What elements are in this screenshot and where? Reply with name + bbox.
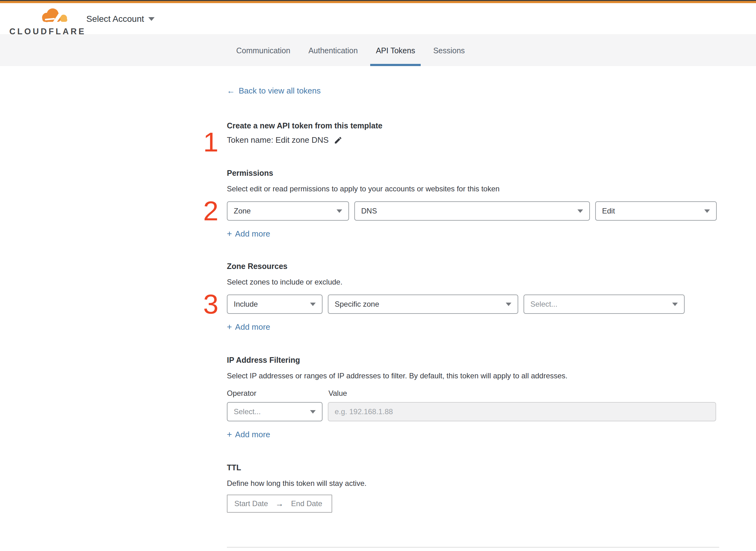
ip-filtering-title: IP Address Filtering [227, 356, 719, 365]
edit-token-name-icon[interactable] [334, 136, 342, 145]
zone-type-value: Specific zone [335, 300, 379, 309]
section-zone-resources: Zone Resources Select zones to include o… [227, 262, 719, 332]
ttl-subtitle: Define how long this token will stay act… [227, 479, 719, 488]
template-section-title: Create a new API token from this templat… [227, 121, 719, 130]
zone-resources-subtitle: Select zones to include or exclude. [227, 278, 719, 287]
chevron-down-icon [310, 410, 316, 414]
start-date-placeholder: Start Date [234, 499, 268, 508]
permission-scope-value: Zone [234, 207, 251, 215]
main-content: ← Back to view all tokens 1 Create a new… [227, 66, 719, 551]
permission-level-select[interactable]: Edit [595, 201, 717, 221]
tab-communication-label: Communication [236, 46, 290, 55]
end-date-placeholder: End Date [291, 499, 322, 508]
tab-authentication-label: Authentication [308, 46, 358, 55]
account-selector-dropdown[interactable]: Select Account [86, 3, 154, 35]
step-number-2: 2 [203, 199, 218, 223]
ip-filtering-subtitle: Select IP addresses or ranges of IP addr… [227, 372, 719, 380]
tab-api-tokens-label: API Tokens [376, 46, 415, 55]
top-brand-bar [0, 0, 756, 3]
plus-icon: + [227, 322, 232, 332]
ip-operator-placeholder: Select... [234, 407, 261, 416]
tab-authentication[interactable]: Authentication [303, 35, 363, 66]
zone-resources-add-more-label: Add more [235, 322, 270, 332]
tab-group: Communication Authentication API Tokens … [231, 35, 471, 66]
chevron-down-icon [578, 209, 583, 213]
ttl-title: TTL [227, 463, 719, 472]
account-selector-label: Select Account [86, 14, 144, 24]
tab-api-tokens[interactable]: API Tokens [370, 35, 421, 66]
permission-scope-select[interactable]: Zone [227, 201, 349, 221]
chevron-down-icon [704, 209, 710, 213]
app-header: CLOUDFLARE Select Account [0, 3, 756, 35]
zone-resources-title: Zone Resources [227, 262, 719, 271]
chevron-down-icon [506, 303, 511, 306]
permission-level-value: Edit [602, 207, 615, 215]
permission-category-select[interactable]: DNS [354, 201, 590, 221]
ip-value-input[interactable] [328, 402, 716, 421]
back-arrow-icon: ← [227, 86, 235, 96]
operator-column-label: Operator [227, 389, 328, 398]
section-ip-filtering: IP Address Filtering Select IP addresses… [227, 356, 719, 439]
chevron-down-icon [672, 303, 678, 306]
tab-sessions[interactable]: Sessions [428, 35, 470, 66]
cloudflare-logo: CLOUDFLARE [9, 7, 72, 36]
permission-category-value: DNS [361, 207, 377, 215]
zone-name-placeholder: Select... [530, 300, 558, 309]
permissions-subtitle: Select edit or read permissions to apply… [227, 184, 719, 193]
ip-operator-select[interactable]: Select... [227, 402, 322, 421]
back-to-tokens-link[interactable]: ← Back to view all tokens [227, 86, 321, 96]
zone-type-select[interactable]: Specific zone [328, 295, 518, 314]
zone-resources-add-more-link[interactable]: + Add more [227, 322, 270, 332]
back-link-label: Back to view all tokens [239, 86, 321, 96]
cloudflare-cloud-icon [38, 7, 69, 26]
plus-icon: + [227, 430, 232, 439]
token-name-text: Token name: Edit zone DNS [227, 135, 329, 145]
ttl-date-range-picker[interactable]: Start Date → End Date [227, 495, 332, 513]
chevron-down-icon [336, 209, 342, 213]
ip-filtering-add-more-label: Add more [235, 430, 270, 439]
chevron-down-icon [310, 303, 316, 306]
tab-sessions-label: Sessions [433, 46, 465, 55]
zone-include-select[interactable]: Include [227, 295, 322, 314]
section-token-template: 1 Create a new API token from this templ… [227, 121, 719, 145]
section-permissions: Permissions Select edit or read permissi… [227, 169, 719, 239]
zone-include-value: Include [234, 300, 258, 309]
permissions-add-more-label: Add more [235, 229, 270, 239]
step-number-1: 1 [203, 131, 218, 154]
right-arrow-icon: → [275, 499, 283, 509]
tab-bar: Communication Authentication API Tokens … [0, 35, 756, 66]
zone-name-select[interactable]: Select... [524, 295, 685, 314]
permissions-add-more-link[interactable]: + Add more [227, 229, 270, 239]
plus-icon: + [227, 229, 232, 239]
value-column-label: Value [328, 389, 347, 398]
section-ttl: TTL Define how long this token will stay… [227, 463, 719, 513]
permissions-title: Permissions [227, 169, 719, 178]
ip-filtering-add-more-link[interactable]: + Add more [227, 430, 270, 439]
footer-divider [227, 547, 719, 548]
chevron-down-icon [148, 17, 154, 21]
step-number-3: 3 [203, 293, 218, 316]
tab-communication[interactable]: Communication [231, 35, 296, 66]
